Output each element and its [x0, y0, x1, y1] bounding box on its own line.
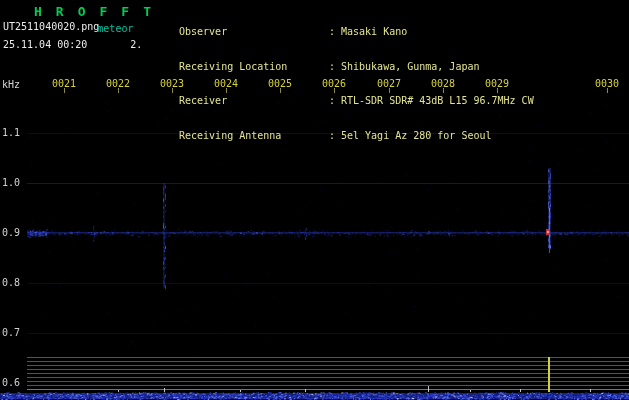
x-tick-label: 0023 — [160, 78, 184, 89]
info-label: Receiver — [179, 95, 329, 108]
info-value: Masaki Kano — [341, 26, 407, 37]
x-tick-label: 0022 — [106, 78, 130, 89]
info-label: Receiving Location — [179, 61, 329, 74]
y-axis-unit: kHz — [2, 79, 20, 90]
y-tick-label: 0.8 — [2, 277, 20, 288]
info-row-observer: Observer:Masaki Kano — [179, 26, 534, 39]
y-tick-label: 1.0 — [2, 177, 20, 188]
title-letter: T — [143, 4, 151, 19]
x-tick-label: 0030 — [595, 78, 619, 89]
hrofft-screen: HROFFT UT2511040020.pngmeteor 25.11.04 0… — [0, 0, 629, 400]
x-tick-label: 0024 — [214, 78, 238, 89]
x-tick-label: 0027 — [377, 78, 401, 89]
x-tick-label: 0028 — [431, 78, 455, 89]
title-letter: H — [34, 4, 42, 19]
y-tick-label: 0.6 — [2, 377, 20, 388]
mode-label: meteor — [97, 23, 133, 34]
info-row-antenna: Receiving Antenna:5el Yagi Az 280 for Se… — [179, 130, 534, 143]
info-row-receiver: Receiver:RTL-SDR SDR# 43dB L15 96.7MHz C… — [179, 95, 534, 108]
info-value: RTL-SDR SDR# 43dB L15 96.7MHz CW — [341, 95, 534, 106]
title-letter: F — [99, 4, 107, 19]
x-tick-label: 0025 — [268, 78, 292, 89]
y-tick-label: 0.9 — [2, 227, 20, 238]
datetime: 25.11.04 00:20 — [3, 39, 87, 50]
title-letter: R — [56, 4, 64, 19]
title-letter: O — [78, 4, 86, 19]
info-label: Receiving Antenna — [179, 130, 329, 143]
title-letter: F — [121, 4, 129, 19]
colon: : — [329, 130, 341, 143]
x-tick-label: 0021 — [52, 78, 76, 89]
colon: : — [329, 61, 341, 74]
colon: : — [329, 95, 341, 108]
x-tick-label: 0026 — [322, 78, 346, 89]
info-value: Shibukawa, Gunma, Japan — [341, 61, 479, 72]
info-value: 5el Yagi Az 280 for Seoul — [341, 130, 492, 141]
colon: : — [329, 26, 341, 39]
app-title: HROFFT — [34, 4, 165, 19]
y-tick-label: 1.1 — [2, 127, 20, 138]
file-line: UT2511040020.pngmeteor — [3, 21, 133, 32]
echo-count: 2. — [130, 39, 142, 50]
filename: UT2511040020.png — [3, 21, 99, 32]
date-line: 25.11.04 00:202. — [3, 39, 142, 50]
x-tick-label: 0029 — [485, 78, 509, 89]
info-row-location: Receiving Location:Shibukawa, Gunma, Jap… — [179, 61, 534, 74]
info-label: Observer — [179, 26, 329, 39]
y-tick-label: 0.7 — [2, 327, 20, 338]
